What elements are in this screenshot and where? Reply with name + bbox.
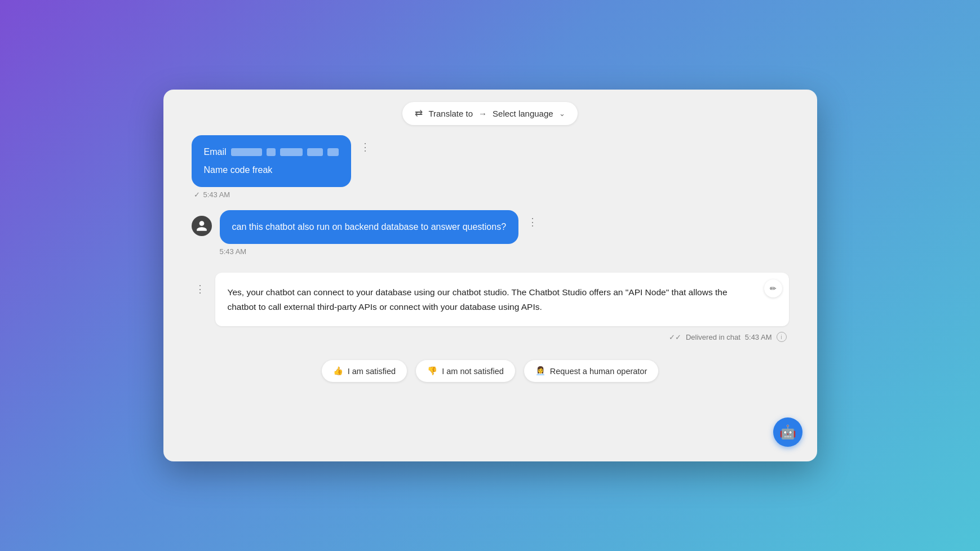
satisfied-emoji: 👍 bbox=[333, 366, 343, 376]
translate-pill[interactable]: ⇄ Translate to → Select language ⌄ bbox=[402, 102, 577, 125]
msg1-timestamp: 5:43 AM bbox=[203, 190, 230, 199]
messages-area: Email Name code freak ⋮ ✓ 5:43 AM bbox=[163, 135, 817, 461]
edit-button[interactable]: ✏ bbox=[764, 279, 782, 297]
redact-2 bbox=[267, 148, 276, 156]
msg1-timestamp-row: ✓ 5:43 AM bbox=[192, 190, 789, 199]
message-1: Email Name code freak ⋮ ✓ 5:43 AM bbox=[192, 135, 789, 199]
user-avatar bbox=[192, 216, 212, 236]
msg2-menu[interactable]: ⋮ bbox=[524, 215, 541, 229]
msg2-timestamp-row: 5:43 AM bbox=[220, 247, 789, 256]
msg1-bubble-row: Email Name code freak ⋮ bbox=[192, 135, 789, 187]
msg2-row: can this chatbot also run on backend dat… bbox=[192, 210, 789, 256]
redact-4 bbox=[307, 148, 323, 156]
msg2-text: can this chatbot also run on backend dat… bbox=[232, 222, 507, 232]
edit-icon: ✏ bbox=[770, 284, 777, 293]
bot-bubble-wrap: ✏ Yes, your chatbot can connect to your … bbox=[215, 273, 789, 326]
msg1-name: Name code freak bbox=[204, 163, 339, 177]
redact-3 bbox=[280, 148, 303, 156]
bot-menu-dots[interactable]: ⋮ bbox=[192, 281, 209, 297]
bot-bubble: ✏ Yes, your chatbot can connect to your … bbox=[215, 273, 789, 326]
msg2-bubble: can this chatbot also run on backend dat… bbox=[220, 210, 519, 244]
human-operator-label: Request a human operator bbox=[550, 367, 648, 376]
redact-1 bbox=[231, 148, 262, 156]
bot-section: ⋮ ✏ Yes, your chatbot can connect to you… bbox=[192, 273, 789, 351]
msg2-timestamp: 5:43 AM bbox=[220, 247, 247, 256]
translate-bar: ⇄ Translate to → Select language ⌄ bbox=[163, 90, 817, 135]
message-2: can this chatbot also run on backend dat… bbox=[192, 210, 789, 256]
delivery-text: Delivered in chat bbox=[686, 333, 740, 341]
language-select[interactable]: Select language bbox=[493, 109, 553, 118]
satisfied-button[interactable]: 👍 I am satisfied bbox=[322, 360, 407, 382]
msg2-bubble-row: can this chatbot also run on backend dat… bbox=[220, 210, 789, 244]
robot-fab[interactable]: 🤖 bbox=[773, 417, 802, 447]
bot-row: ⋮ ✏ Yes, your chatbot can connect to you… bbox=[192, 273, 789, 326]
translate-label: Translate to bbox=[428, 109, 473, 118]
bot-text: Yes, your chatbot can connect to your da… bbox=[228, 285, 755, 314]
email-line: Email bbox=[204, 145, 339, 159]
double-check-icon: ✓✓ bbox=[669, 333, 681, 341]
avatar-col bbox=[192, 210, 220, 236]
chevron-icon: ⌄ bbox=[559, 109, 565, 118]
robot-icon: 🤖 bbox=[779, 424, 796, 440]
translate-arrow: → bbox=[478, 109, 487, 118]
email-label: Email bbox=[204, 145, 227, 159]
delivery-time: 5:43 AM bbox=[745, 333, 772, 341]
delivery-row: ✓✓ Delivered in chat 5:43 AM i bbox=[192, 332, 789, 342]
not-satisfied-button[interactable]: 👎 I am not satisfied bbox=[416, 360, 515, 382]
msg1-bubble: Email Name code freak bbox=[192, 135, 351, 187]
human-operator-emoji: 👩‍💼 bbox=[535, 366, 546, 376]
human-operator-button[interactable]: 👩‍💼 Request a human operator bbox=[524, 360, 659, 382]
not-satisfied-label: I am not satisfied bbox=[442, 367, 504, 376]
info-icon[interactable]: i bbox=[777, 332, 787, 342]
satisfied-label: I am satisfied bbox=[348, 367, 396, 376]
not-satisfied-emoji: 👎 bbox=[427, 366, 437, 376]
translate-icon: ⇄ bbox=[415, 108, 423, 119]
check-icon: ✓ bbox=[194, 190, 200, 199]
redact-5 bbox=[327, 148, 339, 156]
action-buttons-row: 👍 I am satisfied 👎 I am not satisfied 👩‍… bbox=[192, 351, 789, 398]
msg1-menu[interactable]: ⋮ bbox=[357, 140, 374, 154]
